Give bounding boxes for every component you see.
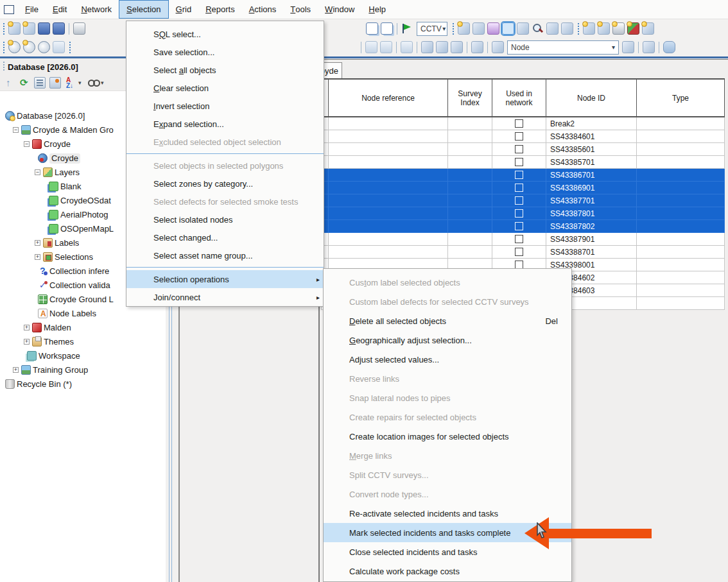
column-header-node-id[interactable]: Node ID (546, 80, 637, 116)
chevron-down-icon[interactable] (442, 22, 447, 35)
checkbox-unchecked[interactable] (515, 209, 523, 218)
used-in-network-cell[interactable] (492, 220, 546, 233)
list-links-icon[interactable] (517, 22, 529, 35)
grid-row-ss43384601[interactable]: SS43384601 (321, 130, 725, 143)
properties-icon[interactable] (472, 22, 485, 35)
new-print-icon[interactable] (612, 22, 625, 35)
chevron-down-icon[interactable]: ▾ (101, 80, 107, 86)
up-arrow-icon[interactable] (3, 77, 15, 89)
toolbar-grip[interactable] (576, 23, 580, 35)
used-in-network-cell[interactable] (492, 233, 546, 246)
expand-icon[interactable] (35, 240, 40, 246)
rotate-icon[interactable] (436, 41, 448, 53)
select-mode-icon[interactable] (502, 22, 514, 35)
menu-item-geographically-adjust-selection-[interactable]: Geographically adjust selection... (324, 330, 571, 350)
menu-item-selection-operations[interactable]: Selection operations▸ (126, 270, 324, 288)
column-header-node-reference[interactable]: Node reference (329, 80, 448, 116)
checkbox-unchecked[interactable] (515, 158, 523, 166)
find-icon[interactable] (87, 77, 99, 89)
checkbox-unchecked[interactable] (515, 196, 523, 205)
flag-icon[interactable] (401, 22, 413, 35)
ruler-icon[interactable] (471, 41, 483, 53)
refresh-icon[interactable] (19, 77, 30, 89)
properties-list-icon[interactable] (34, 77, 46, 89)
tree-item-themes[interactable]: Themes (0, 335, 166, 349)
grid-row-ss43386901[interactable]: SS43386901 (321, 182, 725, 194)
menu-item-adjust-selected-values-[interactable]: Adjust selected values... (324, 350, 571, 369)
checkbox-unchecked[interactable] (515, 132, 523, 141)
chevron-down-icon[interactable] (609, 41, 618, 54)
checkbox-unchecked[interactable] (515, 184, 523, 192)
used-in-network-cell[interactable] (492, 143, 546, 156)
grid-row-ss43387802[interactable]: SS43387802 (321, 220, 725, 233)
toolbar-grip[interactable] (2, 42, 5, 53)
import-icon[interactable] (53, 22, 65, 35)
menu-item-select-asset-name-group-[interactable]: Select asset name group... (126, 246, 324, 264)
menubar-item-edit[interactable]: Edit (46, 0, 74, 19)
schedule-icon[interactable] (23, 41, 35, 53)
graph-icon[interactable] (487, 22, 499, 35)
sync-list-icon[interactable] (49, 77, 61, 89)
menu-item-expand-selection-[interactable]: Expand selection... (126, 115, 324, 133)
used-in-network-cell[interactable] (492, 194, 546, 207)
checkbox-unchecked[interactable] (515, 235, 523, 243)
lock-icon[interactable] (38, 22, 50, 35)
grid-row-ss43385701[interactable]: SS43385701 (321, 156, 725, 169)
menu-item-select-zones-by-category-[interactable]: Select zones by category... (126, 175, 324, 193)
new-survey-icon[interactable] (458, 22, 470, 35)
menubar-item-tools[interactable]: Tools (283, 0, 318, 19)
new-model-icon[interactable] (8, 22, 21, 35)
pan-hand-icon[interactable] (663, 41, 675, 53)
deselect-icon[interactable] (401, 41, 413, 53)
text-label-icon[interactable] (451, 41, 463, 53)
used-in-network-cell[interactable] (492, 156, 546, 169)
tree-item-node-labels[interactable]: Node Labels (0, 307, 166, 321)
expand-icon[interactable] (13, 367, 19, 373)
menu-item-save-selection-[interactable]: Save selection... (126, 43, 324, 61)
expand-icon[interactable] (24, 325, 30, 330)
grid-row-ss43385601[interactable]: SS43385601 (321, 143, 725, 156)
search-icon[interactable] (532, 22, 544, 35)
menubar-item-reports[interactable]: Reports (198, 0, 242, 19)
copy-icon[interactable] (366, 22, 378, 35)
paste-icon[interactable] (381, 22, 393, 35)
grid-row-ss43387701[interactable]: SS43387701 (321, 194, 725, 207)
used-in-network-cell[interactable] (492, 207, 546, 220)
expand-icon[interactable] (24, 339, 30, 345)
grid-row-ss43387901[interactable]: SS43387901 (321, 233, 725, 246)
cctv-combobox[interactable]: CCTV (417, 22, 447, 36)
expand-icon[interactable] (35, 254, 40, 260)
column-header-survey-index[interactable]: Survey Index (448, 80, 492, 116)
used-in-network-cell[interactable] (492, 117, 546, 130)
toolbar-grip[interactable] (2, 23, 5, 35)
update-icon[interactable] (38, 41, 50, 53)
column-header-used-in-network[interactable]: Used in network (492, 80, 546, 116)
menubar-item-help[interactable]: Help (361, 0, 393, 19)
used-in-network-cell[interactable] (492, 246, 546, 259)
collapse-icon[interactable] (24, 141, 30, 147)
join-nodes-icon[interactable] (643, 41, 655, 53)
menubar-item-window[interactable]: Window (318, 0, 361, 19)
tree-item-training-group[interactable]: Training Group (0, 363, 166, 377)
used-in-network-cell[interactable] (492, 169, 546, 182)
menubar-item-actions[interactable]: Actions (242, 0, 284, 19)
tree-item-workspace[interactable]: Workspace (0, 349, 166, 363)
collapse-icon[interactable] (13, 127, 19, 133)
used-in-network-cell[interactable] (492, 130, 546, 143)
checkbox-unchecked[interactable] (515, 145, 523, 153)
menu-item-sql-select-[interactable]: SQL select... (126, 25, 324, 43)
menu-item-calculate-work-package-costs[interactable]: Calculate work package costs (324, 561, 571, 581)
report-list-icon[interactable] (546, 22, 559, 35)
menu-item-create-location-images-for-selected-objects[interactable]: Create location images for selected obje… (324, 427, 571, 446)
menu-item-clear-selection[interactable]: Clear selection (126, 79, 324, 97)
menu-item-delete-all-selected-objects[interactable]: Delete all selected objectsDel (324, 311, 571, 330)
checkbox-unchecked[interactable] (515, 248, 523, 256)
menu-item-join-connect[interactable]: Join/connect▸ (126, 288, 324, 306)
checkbox-unchecked[interactable] (515, 222, 523, 230)
chevron-down-icon[interactable]: ▾ (78, 80, 84, 86)
menubar-item-file[interactable]: File (18, 0, 46, 19)
trace-nodes-icon[interactable] (622, 41, 634, 53)
menu-item-invert-selection[interactable]: Invert selection (126, 97, 324, 115)
checkbox-unchecked[interactable] (515, 119, 523, 128)
toolbar-grip[interactable] (68, 42, 71, 53)
